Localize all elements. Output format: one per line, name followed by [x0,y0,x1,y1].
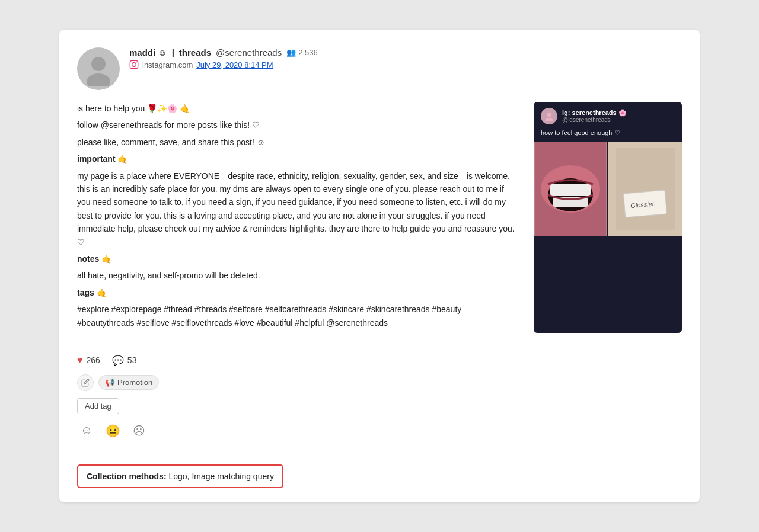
stats-row: ♥ 266 💬 53 [77,355,682,366]
post-date[interactable]: July 29, 2020 8:14 PM [196,60,273,69]
post-body: is here to help you 🌹✨🌸 🤙 follow @serene… [77,102,682,333]
svg-rect-10 [550,184,591,196]
content-line1: is here to help you 🌹✨🌸 🤙 [77,102,519,115]
instagram-icon [129,60,139,69]
divider [77,344,682,344]
image-cell-left [534,142,607,236]
ig-username: ig: serenethreads 🌸 [562,109,627,117]
content-line2: follow @serenethreads for more posts lik… [77,118,519,132]
emoji-positive-button[interactable]: ☺ [77,421,96,440]
tags-row: 📢 Promotion [77,374,682,391]
source-line: instagram.com July 29, 2020 8:14 PM [129,60,682,69]
svg-point-3 [132,63,136,67]
post-meta: maddi ☺ | threads @serenethreads 👥 2,536 [129,47,682,69]
image-card-header: ig: serenethreads 🌸 @igserenethreads [534,102,682,129]
collection-methods-label: Collection methods: [87,472,167,481]
content-body: my page is a place where EVERYONE—despit… [77,169,519,249]
followers-icon: 👥 [286,48,296,57]
svg-point-6 [545,118,553,121]
image-cell-right: Glossier. [608,142,682,236]
svg-point-1 [87,73,110,86]
post-header: maddi ☺ | threads @serenethreads 👥 2,536 [77,47,682,90]
author-name: maddi ☺ [129,47,167,57]
avatar [77,47,120,90]
author-handle: @serenethreads [216,47,282,57]
post-text: is here to help you 🌹✨🌸 🤙 follow @serene… [77,102,519,333]
emoji-row: ☺ 😐 ☹ [77,421,682,440]
svg-rect-2 [130,60,138,68]
comments-count: 53 [127,355,137,365]
notes-body: all hate, negativity, and self-promo wil… [77,269,519,282]
comments-stat: 💬 53 [112,355,137,366]
ig-meta: ig: serenethreads 🌸 @igserenethreads [562,109,627,123]
promotion-tag: 📢 Promotion [98,375,159,390]
ig-handle: @igserenethreads [562,117,627,123]
svg-point-4 [136,62,137,63]
likes-stat: ♥ 266 [77,355,100,366]
important-label: important 🤙 [77,152,519,165]
collection-methods-value: Logo, Image matching query [168,472,273,481]
bottom-divider [77,451,682,451]
svg-point-0 [91,57,106,71]
heart-icon: ♥ [77,355,83,366]
comment-icon: 💬 [112,355,124,366]
svg-point-5 [547,113,551,117]
post-card: maddi ☺ | threads @serenethreads 👥 2,536 [59,30,700,502]
follower-count: 👥 2,536 [286,48,318,57]
image-grid: Glossier. [534,142,682,236]
tag-edit-button[interactable] [77,374,94,391]
promotion-label: Promotion [117,378,152,387]
ig-caption: how to feel good enough ♡ [534,129,682,142]
likes-count: 266 [87,355,100,365]
content-line3: please like, comment, save, and share th… [77,136,519,149]
tags-label: tags 🤙 [77,286,519,299]
ig-avatar [541,108,557,124]
notes-label: notes 🤙 [77,252,519,265]
post-image-card: ig: serenethreads 🌸 @igserenethreads how… [534,102,682,333]
collection-methods: Collection methods: Logo, Image matching… [77,464,283,488]
source-name: threads [179,47,211,57]
megaphone-icon: 📢 [105,378,114,387]
emoji-negative-button[interactable]: ☹ [129,421,148,440]
svg-rect-13 [616,148,675,230]
separator: | [172,47,174,57]
source-url: instagram.com [142,60,193,69]
followers-number: 2,536 [298,48,318,57]
add-tag-button[interactable]: Add tag [77,398,119,414]
tags-body: #explore #explorepage #thread #threads #… [77,303,519,329]
author-line: maddi ☺ | threads @serenethreads 👥 2,536 [129,47,682,57]
emoji-neutral-button[interactable]: 😐 [103,421,122,440]
